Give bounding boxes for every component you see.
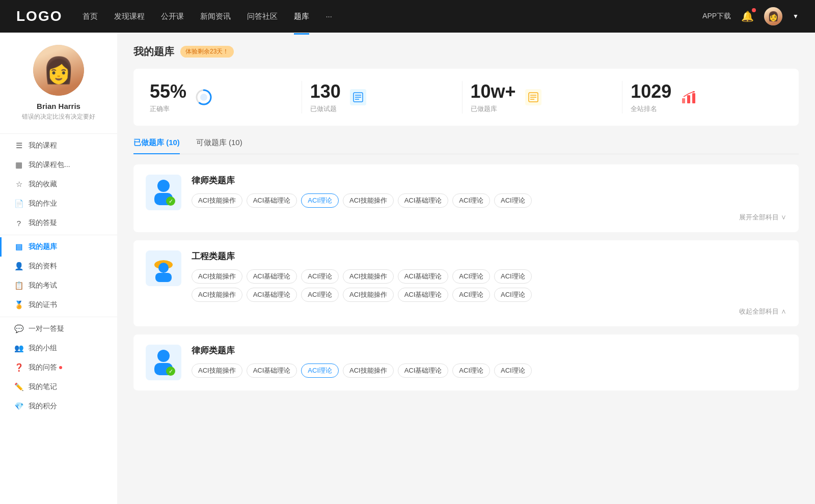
sidebar-item-my-questions[interactable]: ❓ 我的问答 bbox=[0, 358, 117, 377]
sidebar-item-course-pack[interactable]: ▦ 我的课程包... bbox=[0, 155, 117, 175]
sidebar-label-profile: 我的资料 bbox=[29, 262, 57, 271]
sidebar-item-certificate[interactable]: 🏅 我的证书 bbox=[0, 295, 117, 315]
eng-tag-r1-0[interactable]: ACI技能操作 bbox=[192, 269, 242, 284]
accuracy-icon bbox=[195, 88, 213, 106]
svg-rect-13 bbox=[692, 93, 695, 103]
logo[interactable]: LOGO bbox=[16, 8, 62, 24]
eng-tag-r2-0[interactable]: ACI技能操作 bbox=[192, 288, 242, 302]
eng-tag-r2-1[interactable]: ACI基础理论 bbox=[247, 288, 297, 302]
eng-tag-r2-2[interactable]: ACI理论 bbox=[301, 288, 339, 302]
eng-tag-r1-1[interactable]: ACI基础理论 bbox=[247, 269, 297, 284]
doc-icon: 📄 bbox=[14, 199, 23, 208]
sidebar-item-qbank[interactable]: ▤ 我的题库 bbox=[0, 237, 117, 257]
nav-open-course[interactable]: 公开课 bbox=[161, 10, 184, 23]
nav-home[interactable]: 首页 bbox=[83, 10, 98, 23]
stat-rank-label: 全站排名 bbox=[631, 104, 671, 114]
question-icon: ? bbox=[14, 218, 23, 228]
sidebar-label-points: 我的积分 bbox=[29, 402, 57, 411]
tag-1-0[interactable]: ACI技能操作 bbox=[192, 193, 242, 208]
collapse-link-2[interactable]: 收起全部科目 ∧ bbox=[192, 307, 786, 316]
tag-1-1[interactable]: ACI基础理论 bbox=[247, 193, 297, 208]
nav-qbank[interactable]: 题库 bbox=[294, 10, 309, 23]
eng-tag-r2-3[interactable]: ACI技能操作 bbox=[343, 288, 394, 302]
sidebar-divider-2 bbox=[0, 317, 117, 317]
page-title: 我的题库 bbox=[133, 45, 174, 59]
tab-done-banks[interactable]: 已做题库 (10) bbox=[133, 138, 180, 154]
nav-more[interactable]: ··· bbox=[325, 10, 332, 23]
tab-available-banks[interactable]: 可做题库 (10) bbox=[196, 138, 242, 154]
sidebar-label-1on1: 一对一答疑 bbox=[29, 324, 64, 333]
eng-tag-r1-2[interactable]: ACI理论 bbox=[301, 269, 339, 284]
sidebar-item-notes[interactable]: ✏️ 我的笔记 bbox=[0, 377, 117, 397]
eng-tag-r1-5[interactable]: ACI理论 bbox=[452, 269, 490, 284]
sidebar-label-certificate: 我的证书 bbox=[29, 300, 57, 310]
sidebar-item-my-courses[interactable]: ☰ 我的课程 bbox=[0, 136, 117, 155]
tag-1-4[interactable]: ACI基础理论 bbox=[398, 193, 449, 208]
eng-tag-r1-3[interactable]: ACI技能操作 bbox=[343, 269, 394, 284]
eng-tag-r2-6[interactable]: ACI理论 bbox=[494, 288, 532, 302]
eng-tag-r2-4[interactable]: ACI基础理论 bbox=[398, 288, 449, 302]
eng-tag-r2-5[interactable]: ACI理论 bbox=[452, 288, 490, 302]
chat-icon: 💬 bbox=[14, 324, 23, 333]
sidebar-item-group[interactable]: 👥 我的小组 bbox=[0, 339, 117, 358]
notification-bell-icon[interactable]: 🔔 bbox=[741, 10, 754, 22]
stat-banks-label: 已做题库 bbox=[471, 104, 516, 114]
tag-3-2[interactable]: ACI理论 bbox=[301, 363, 339, 378]
nav-news[interactable]: 新闻资讯 bbox=[200, 10, 231, 23]
questions-notification-badge bbox=[59, 366, 62, 369]
sidebar-item-points[interactable]: 💎 我的积分 bbox=[0, 397, 117, 416]
tag-1-5[interactable]: ACI理论 bbox=[452, 193, 490, 208]
eng-tag-r1-6[interactable]: ACI理论 bbox=[494, 269, 532, 284]
qbank-tags-row-1: ACI技能操作 ACI基础理论 ACI理论 ACI技能操作 ACI基础理论 AC… bbox=[192, 193, 786, 208]
sidebar-label-my-questions: 我的问答 bbox=[29, 363, 57, 372]
qbank-engineer-tags-row2: ACI技能操作 ACI基础理论 ACI理论 ACI技能操作 ACI基础理论 AC… bbox=[192, 288, 786, 302]
tag-1-6[interactable]: ACI理论 bbox=[494, 193, 532, 208]
sidebar-item-homework[interactable]: 📄 我的作业 bbox=[0, 194, 117, 213]
questions-done-icon bbox=[349, 88, 367, 106]
app-download-link[interactable]: APP下载 bbox=[702, 12, 731, 21]
sidebar-label-course-pack: 我的课程包... bbox=[29, 160, 70, 170]
user-avatar-nav[interactable]: 👩 bbox=[764, 7, 782, 25]
stat-banks-number: 10w+ bbox=[471, 81, 516, 102]
tag-3-4[interactable]: ACI基础理论 bbox=[398, 363, 449, 378]
banks-done-icon bbox=[524, 88, 542, 106]
sidebar-divider-top bbox=[0, 133, 117, 134]
rank-icon bbox=[680, 88, 698, 106]
sidebar-label-homework: 我的作业 bbox=[29, 199, 57, 208]
tag-1-2[interactable]: ACI理论 bbox=[301, 193, 339, 208]
tag-3-3[interactable]: ACI技能操作 bbox=[343, 363, 394, 378]
user-menu-chevron-icon[interactable]: ▼ bbox=[793, 13, 799, 20]
svg-point-21 bbox=[158, 263, 169, 273]
qbank-card-title-3: 律师类题库 bbox=[192, 345, 786, 356]
stat-rank: 1029 全站排名 bbox=[622, 81, 782, 114]
svg-rect-11 bbox=[682, 98, 685, 103]
stat-questions-number: 130 bbox=[310, 81, 341, 102]
qbank-card3-header: ✓ 律师类题库 ACI技能操作 ACI基础理论 ACI理论 ACI技能操作 AC… bbox=[146, 345, 786, 380]
note-icon: 📋 bbox=[14, 281, 23, 290]
svg-point-2 bbox=[200, 94, 207, 101]
tag-3-1[interactable]: ACI基础理论 bbox=[247, 363, 297, 378]
star-icon: ☆ bbox=[14, 180, 23, 189]
tag-1-3[interactable]: ACI技能操作 bbox=[343, 193, 394, 208]
tag-3-0[interactable]: ACI技能操作 bbox=[192, 363, 242, 378]
nav-links: 首页 发现课程 公开课 新闻资讯 问答社区 题库 ··· bbox=[83, 10, 702, 23]
sidebar-item-profile[interactable]: 👤 我的资料 bbox=[0, 257, 117, 276]
sidebar-label-favorites: 我的收藏 bbox=[29, 180, 57, 189]
sidebar-item-exam[interactable]: 📋 我的考试 bbox=[0, 276, 117, 295]
sidebar-label-notes: 我的笔记 bbox=[29, 382, 57, 391]
sidebar-item-favorites[interactable]: ☆ 我的收藏 bbox=[0, 175, 117, 194]
sidebar-label-my-qa: 我的答疑 bbox=[29, 218, 57, 228]
sidebar-item-1on1[interactable]: 💬 一对一答疑 bbox=[0, 319, 117, 339]
sidebar-item-my-qa[interactable]: ? 我的答疑 bbox=[0, 213, 117, 233]
nav-qa[interactable]: 问答社区 bbox=[247, 10, 278, 23]
qbank-tags-row-3: ACI技能操作 ACI基础理论 ACI理论 ACI技能操作 ACI基础理论 AC… bbox=[192, 363, 786, 378]
expand-link-1[interactable]: 展开全部科目 ∨ bbox=[192, 213, 786, 222]
qbank-card-title-2: 工程类题库 bbox=[192, 250, 786, 262]
tag-3-6[interactable]: ACI理论 bbox=[494, 363, 532, 378]
sidebar-divider-mid bbox=[0, 235, 117, 235]
tag-3-5[interactable]: ACI理论 bbox=[452, 363, 490, 378]
trial-badge: 体验剩余23天！ bbox=[180, 46, 234, 58]
nav-discover[interactable]: 发现课程 bbox=[114, 10, 145, 23]
svg-point-14 bbox=[693, 91, 695, 93]
eng-tag-r1-4[interactable]: ACI基础理论 bbox=[398, 269, 449, 284]
